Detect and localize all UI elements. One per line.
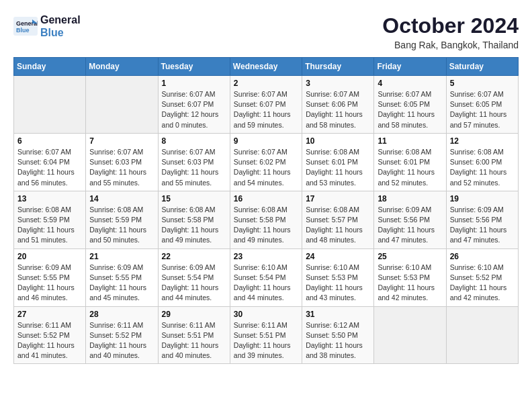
calendar-cell: 29Sunrise: 6:11 AM Sunset: 5:51 PM Dayli… [158, 306, 230, 364]
calendar-cell [446, 306, 518, 364]
calendar-cell: 14Sunrise: 6:08 AM Sunset: 5:59 PM Dayli… [86, 191, 158, 248]
logo: General Blue General Blue [13, 13, 81, 39]
day-info: Sunrise: 6:08 AM Sunset: 6:01 PM Dayligh… [306, 147, 370, 188]
day-number: 1 [162, 79, 226, 88]
day-info: Sunrise: 6:07 AM Sunset: 6:07 PM Dayligh… [162, 89, 226, 130]
calendar-week-row: 13Sunrise: 6:08 AM Sunset: 5:59 PM Dayli… [14, 191, 519, 248]
calendar-cell: 4Sunrise: 6:07 AM Sunset: 6:05 PM Daylig… [374, 76, 446, 134]
day-info: Sunrise: 6:07 AM Sunset: 6:07 PM Dayligh… [234, 89, 298, 130]
day-number: 25 [378, 252, 442, 261]
calendar-body: 1Sunrise: 6:07 AM Sunset: 6:07 PM Daylig… [14, 76, 519, 364]
calendar-cell: 1Sunrise: 6:07 AM Sunset: 6:07 PM Daylig… [158, 76, 230, 134]
calendar-cell: 19Sunrise: 6:09 AM Sunset: 5:56 PM Dayli… [446, 191, 518, 248]
day-number: 12 [450, 136, 515, 146]
day-info: Sunrise: 6:10 AM Sunset: 5:54 PM Dayligh… [234, 263, 298, 304]
day-info: Sunrise: 6:08 AM Sunset: 5:59 PM Dayligh… [89, 205, 154, 246]
calendar-cell: 15Sunrise: 6:08 AM Sunset: 5:58 PM Dayli… [158, 191, 230, 248]
calendar-cell: 22Sunrise: 6:09 AM Sunset: 5:54 PM Dayli… [158, 248, 230, 306]
calendar-cell: 16Sunrise: 6:08 AM Sunset: 5:58 PM Dayli… [230, 191, 302, 248]
day-info: Sunrise: 6:11 AM Sunset: 5:52 PM Dayligh… [17, 320, 82, 361]
day-number: 9 [234, 136, 298, 146]
day-number: 21 [89, 252, 154, 261]
day-info: Sunrise: 6:10 AM Sunset: 5:52 PM Dayligh… [450, 263, 515, 304]
day-info: Sunrise: 6:11 AM Sunset: 5:51 PM Dayligh… [162, 320, 226, 361]
calendar-cell [374, 306, 446, 364]
weekday-header-saturday: Saturday [446, 58, 518, 76]
day-number: 11 [378, 136, 442, 146]
day-info: Sunrise: 6:11 AM Sunset: 5:52 PM Dayligh… [89, 320, 154, 361]
calendar-cell: 13Sunrise: 6:08 AM Sunset: 5:59 PM Dayli… [14, 191, 86, 248]
calendar-cell: 24Sunrise: 6:10 AM Sunset: 5:53 PM Dayli… [302, 248, 374, 306]
day-number: 10 [306, 136, 370, 146]
logo-text-general: General [40, 13, 81, 26]
calendar-cell: 5Sunrise: 6:07 AM Sunset: 6:05 PM Daylig… [446, 76, 518, 134]
calendar-cell: 27Sunrise: 6:11 AM Sunset: 5:52 PM Dayli… [14, 306, 86, 364]
weekday-header-row: SundayMondayTuesdayWednesdayThursdayFrid… [14, 58, 519, 76]
weekday-header-wednesday: Wednesday [230, 58, 302, 76]
day-info: Sunrise: 6:07 AM Sunset: 6:05 PM Dayligh… [450, 89, 515, 130]
day-info: Sunrise: 6:08 AM Sunset: 5:58 PM Dayligh… [234, 205, 298, 246]
day-number: 8 [162, 136, 226, 146]
day-number: 14 [89, 194, 154, 203]
calendar-week-row: 27Sunrise: 6:11 AM Sunset: 5:52 PM Dayli… [14, 306, 519, 364]
day-number: 3 [306, 79, 370, 88]
day-number: 18 [378, 194, 442, 203]
weekday-header-friday: Friday [374, 58, 446, 76]
day-info: Sunrise: 6:08 AM Sunset: 6:01 PM Dayligh… [378, 147, 442, 188]
weekday-header-sunday: Sunday [14, 58, 86, 76]
day-info: Sunrise: 6:09 AM Sunset: 5:54 PM Dayligh… [162, 263, 226, 304]
calendar-cell: 20Sunrise: 6:09 AM Sunset: 5:55 PM Dayli… [14, 248, 86, 306]
calendar-cell: 17Sunrise: 6:08 AM Sunset: 5:57 PM Dayli… [302, 191, 374, 248]
logo-icon: General Blue [13, 17, 38, 36]
calendar-cell: 23Sunrise: 6:10 AM Sunset: 5:54 PM Dayli… [230, 248, 302, 306]
day-info: Sunrise: 6:09 AM Sunset: 5:56 PM Dayligh… [450, 205, 515, 246]
calendar-week-row: 1Sunrise: 6:07 AM Sunset: 6:07 PM Daylig… [14, 76, 519, 134]
day-info: Sunrise: 6:07 AM Sunset: 6:04 PM Dayligh… [17, 147, 82, 188]
day-info: Sunrise: 6:08 AM Sunset: 6:00 PM Dayligh… [450, 147, 515, 188]
day-number: 24 [306, 252, 370, 261]
calendar-cell: 9Sunrise: 6:07 AM Sunset: 6:02 PM Daylig… [230, 133, 302, 191]
calendar-cell: 12Sunrise: 6:08 AM Sunset: 6:00 PM Dayli… [446, 133, 518, 191]
day-number: 30 [234, 310, 298, 319]
calendar-title: October 2024 [382, 13, 519, 38]
day-number: 13 [17, 194, 82, 203]
calendar-cell: 31Sunrise: 6:12 AM Sunset: 5:50 PM Dayli… [302, 306, 374, 364]
day-number: 22 [162, 252, 226, 261]
title-block: October 2024 Bang Rak, Bangkok, Thailand [382, 13, 519, 50]
calendar-cell: 7Sunrise: 6:07 AM Sunset: 6:03 PM Daylig… [86, 133, 158, 191]
calendar-cell: 26Sunrise: 6:10 AM Sunset: 5:52 PM Dayli… [446, 248, 518, 306]
day-number: 20 [17, 252, 82, 261]
day-info: Sunrise: 6:08 AM Sunset: 5:59 PM Dayligh… [17, 205, 82, 246]
day-number: 17 [306, 194, 370, 203]
calendar-table: SundayMondayTuesdayWednesdayThursdayFrid… [13, 57, 519, 364]
weekday-header-monday: Monday [86, 58, 158, 76]
calendar-cell [14, 76, 86, 134]
weekday-header-thursday: Thursday [302, 58, 374, 76]
day-number: 15 [162, 194, 226, 203]
logo-text-blue: Blue [40, 26, 81, 39]
calendar-cell [86, 76, 158, 134]
day-number: 4 [378, 79, 442, 88]
day-number: 2 [234, 79, 298, 88]
calendar-cell: 6Sunrise: 6:07 AM Sunset: 6:04 PM Daylig… [14, 133, 86, 191]
calendar-cell: 11Sunrise: 6:08 AM Sunset: 6:01 PM Dayli… [374, 133, 446, 191]
page-header: General Blue General Blue October 2024 B… [13, 13, 519, 50]
calendar-cell: 2Sunrise: 6:07 AM Sunset: 6:07 PM Daylig… [230, 76, 302, 134]
day-info: Sunrise: 6:07 AM Sunset: 6:05 PM Dayligh… [378, 89, 442, 130]
calendar-cell: 21Sunrise: 6:09 AM Sunset: 5:55 PM Dayli… [86, 248, 158, 306]
day-info: Sunrise: 6:10 AM Sunset: 5:53 PM Dayligh… [306, 263, 370, 304]
calendar-week-row: 20Sunrise: 6:09 AM Sunset: 5:55 PM Dayli… [14, 248, 519, 306]
day-info: Sunrise: 6:11 AM Sunset: 5:51 PM Dayligh… [234, 320, 298, 361]
calendar-week-row: 6Sunrise: 6:07 AM Sunset: 6:04 PM Daylig… [14, 133, 519, 191]
day-info: Sunrise: 6:09 AM Sunset: 5:56 PM Dayligh… [378, 205, 442, 246]
day-number: 28 [89, 310, 154, 319]
day-number: 5 [450, 79, 515, 88]
calendar-cell: 10Sunrise: 6:08 AM Sunset: 6:01 PM Dayli… [302, 133, 374, 191]
calendar-cell: 30Sunrise: 6:11 AM Sunset: 5:51 PM Dayli… [230, 306, 302, 364]
day-info: Sunrise: 6:08 AM Sunset: 5:58 PM Dayligh… [162, 205, 226, 246]
day-info: Sunrise: 6:07 AM Sunset: 6:03 PM Dayligh… [89, 147, 154, 188]
calendar-subtitle: Bang Rak, Bangkok, Thailand [382, 40, 519, 50]
day-info: Sunrise: 6:09 AM Sunset: 5:55 PM Dayligh… [17, 263, 82, 304]
day-number: 26 [450, 252, 515, 261]
day-number: 19 [450, 194, 515, 203]
